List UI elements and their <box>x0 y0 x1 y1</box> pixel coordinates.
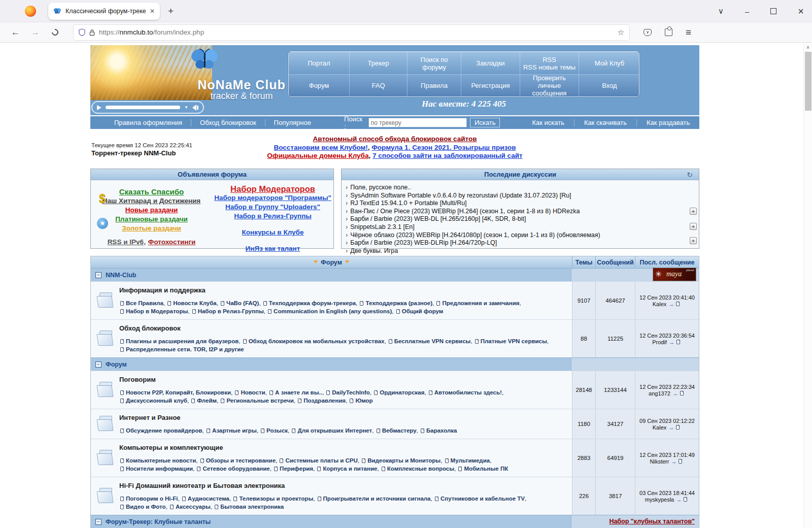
subforum-link[interactable]: Барахолка <box>426 427 457 434</box>
subforum-link[interactable]: Техподдержка форум-трекера <box>269 300 356 306</box>
announcement-box-link[interactable]: Набор в Группу "Uploaders" <box>212 203 333 212</box>
menu-item[interactable]: Мой Клуб <box>579 52 639 74</box>
nav-link[interactable]: Как скачивать <box>574 119 636 126</box>
seek-bar[interactable] <box>106 106 180 109</box>
subforum-link[interactable]: Аксессуары <box>176 504 211 510</box>
forum-column-header[interactable]: Форум <box>321 259 342 266</box>
subforum-link[interactable]: Системные платы и CPU <box>285 457 357 464</box>
subforum-link[interactable]: Мобильные ПК <box>464 466 508 472</box>
nav-link[interactable]: Обход блокировок <box>191 119 265 126</box>
list-tabs-icon[interactable]: ∨ <box>718 7 724 16</box>
subforum-link[interactable]: А знаете ли вы.. <box>275 389 322 395</box>
subforum-link[interactable]: Носители информации <box>126 466 193 472</box>
collapse-toggle-icon[interactable]: − <box>95 272 101 278</box>
discussion-item[interactable]: ›Чёрное облако (2023) WEBRip [H.264/1080… <box>346 232 694 240</box>
search-button[interactable]: Искать <box>470 118 500 127</box>
last-post-username[interactable]: ang1372 <box>649 390 670 397</box>
subforum-link[interactable]: Обход блокировок на мобильных устройства… <box>249 338 385 344</box>
maya-banner[interactable]: ✳mayaplanet <box>653 268 696 281</box>
tracking-shield-icon[interactable] <box>79 28 85 36</box>
discussion-item[interactable]: ›Барби / Barbie (2023) WEB-DLRip [H.264/… <box>346 239 694 247</box>
section-label[interactable]: NNM-Club <box>106 272 136 279</box>
goto-last-post-icon[interactable]: → <box>672 390 678 397</box>
subforum-link[interactable]: Проигрыватели и источники сигнала <box>323 496 431 502</box>
announcement-link[interactable]: Автономный способ обхода блокировок сайт… <box>313 135 477 143</box>
forum-title-link[interactable]: Hi-Fi Домашний кинотеатр и Бытовая элект… <box>119 482 285 489</box>
announcement-link[interactable]: 7 способов зайти на заблокированный сайт <box>373 152 523 159</box>
minimize-icon[interactable]: – <box>745 7 749 16</box>
section-label[interactable]: Форум <box>106 361 127 368</box>
goto-last-post-icon[interactable]: → <box>668 301 674 307</box>
subforum-link[interactable]: Региональные встречи <box>226 398 293 404</box>
subforum-link[interactable]: Плагины и расширения для браузеров <box>126 338 239 344</box>
section-label[interactable]: Форум-Трекер: Клубные таланты <box>106 518 211 525</box>
app-menu-icon[interactable]: ≡ <box>686 27 691 38</box>
menu-item[interactable]: Поиск по форуму <box>408 52 461 74</box>
subforum-link[interactable]: Обсуждение провайдеров <box>126 427 202 434</box>
subforum-link[interactable]: Компьютерные новости <box>126 457 196 464</box>
volume-icon[interactable] <box>192 105 198 111</box>
sort-icon[interactable] <box>345 260 349 266</box>
discussion-item[interactable]: ›SnippetsLab 2.3.1 [En] <box>346 223 694 232</box>
playlist-chevron-icon[interactable]: ▼ <box>184 105 188 110</box>
announcement-box-link[interactable]: Сказать Спасибо <box>91 187 212 196</box>
subforum-link[interactable]: Распределенные сети. TOR, I2P и другие <box>126 346 244 352</box>
announcement-box-link[interactable]: Набор в Релиз-Группы <box>212 212 333 221</box>
reload-icon[interactable] <box>50 27 59 37</box>
subforum-link[interactable]: Набор в Модераторы <box>126 308 188 314</box>
last-post-username[interactable]: Niksterr <box>650 458 669 465</box>
goto-last-post-icon[interactable]: → <box>668 424 674 431</box>
expand-plus-icon[interactable]: + <box>690 237 697 244</box>
discussion-item[interactable]: ›Ван-Пис / One Piece (2023) WEBRip [H.26… <box>346 208 694 216</box>
announcement-box-link[interactable]: Набор модераторов "Программы" <box>212 193 333 203</box>
menu-item[interactable]: Вход <box>579 74 639 96</box>
nav-link[interactable]: Спасибо! <box>700 119 748 126</box>
subforum-link[interactable]: Обзоры и тестирование <box>206 457 276 464</box>
firefox-icon[interactable] <box>25 6 36 17</box>
discussion-item[interactable]: ›Две буквы. Игра <box>346 247 694 255</box>
last-post-username[interactable]: myskypesla <box>645 497 674 503</box>
collapse-toggle-icon[interactable]: − <box>95 519 101 525</box>
pocket-icon[interactable]: ∨ <box>644 29 652 36</box>
goto-last-post-icon[interactable]: → <box>669 339 674 345</box>
forum-title-link[interactable]: Интернет и Разное <box>119 414 181 421</box>
play-icon[interactable] <box>97 105 101 110</box>
forum-title-link[interactable]: Информация и поддержка <box>119 286 206 294</box>
menu-item[interactable]: Трекер <box>350 52 408 74</box>
menu-item[interactable]: Регистрация <box>461 74 520 96</box>
maximize-icon[interactable] <box>770 8 776 14</box>
subforum-link[interactable]: Новости Клуба <box>173 300 216 306</box>
forum-title-link[interactable]: Поговорим <box>119 376 156 383</box>
announcement-box-link[interactable]: Наш Хитпарад и Достижения <box>91 196 212 206</box>
announcement-box-link[interactable]: RSS и IPv6 <box>108 238 144 246</box>
subforum-link[interactable]: Новости <box>241 389 265 395</box>
discussion-item[interactable]: ›Поле, русское поле.. <box>346 184 694 192</box>
subforum-link[interactable]: Видео и Фото <box>126 504 166 510</box>
subforum-link[interactable]: Communication in English (any questions) <box>274 308 392 314</box>
nav-link[interactable]: Правила оформления <box>106 119 191 126</box>
subforum-link[interactable]: ЧаВо (FAQ) <box>226 300 259 306</box>
menu-item[interactable]: RSSRSS новые темы <box>520 52 579 74</box>
section-link[interactable]: Набор "клубных талантов" <box>609 518 695 525</box>
subforum-link[interactable]: Поговорим о Hi-Fi <box>126 496 178 502</box>
nav-link[interactable]: Популярное <box>265 119 320 126</box>
goto-last-post-icon[interactable]: → <box>671 458 676 465</box>
search-input[interactable] <box>368 118 467 127</box>
announcement-link[interactable]: Официальные домены Клуба <box>267 152 368 159</box>
forward-icon[interactable]: → <box>31 27 40 38</box>
last-post-username[interactable]: Prodif <box>652 339 667 345</box>
scrollbar[interactable]: ∧ <box>803 43 812 528</box>
announcement-box-link[interactable]: Золотые раздачи <box>91 224 212 233</box>
discussion-item[interactable]: ›Барби / Barbie (2023) WEB-DL [H.265/216… <box>346 215 694 223</box>
new-tab-button[interactable]: + <box>168 6 174 17</box>
announcement-box-link[interactable]: Новые раздачи <box>91 206 212 215</box>
subforum-link[interactable]: Техподдержка (разное) <box>365 300 432 306</box>
tab-close-icon[interactable]: ✕ <box>150 8 155 15</box>
last-post-username[interactable]: Kalex <box>653 301 667 307</box>
collapse-toggle-icon[interactable]: − <box>95 361 101 368</box>
subforum-link[interactable]: Спутниковое и кабельное TV <box>441 496 525 502</box>
subforum-link[interactable]: Видеокарты и Мониторы <box>367 457 441 464</box>
subforum-link[interactable]: Для открывших Интернет <box>297 427 372 434</box>
expand-plus-icon[interactable]: + <box>690 208 697 215</box>
subforum-link[interactable]: Платные VPN сервисы <box>481 338 547 344</box>
